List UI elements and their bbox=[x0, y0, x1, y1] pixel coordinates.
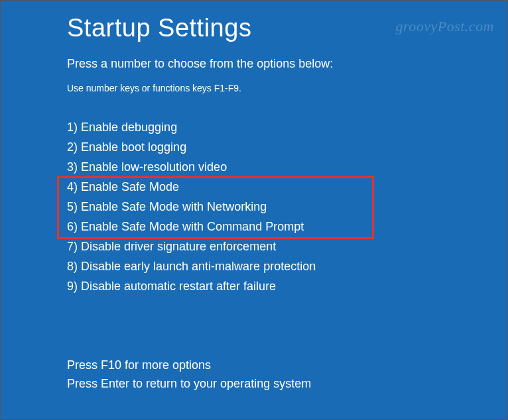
option-disable-driver-signature[interactable]: 7) Disable driver signature enforcement bbox=[67, 236, 507, 256]
more-options-hint: Press F10 for more options bbox=[67, 356, 507, 374]
option-enable-safe-mode-networking[interactable]: 5) Enable Safe Mode with Networking bbox=[67, 197, 507, 217]
startup-settings-screen: Startup Settings Press a number to choos… bbox=[1, 1, 507, 393]
option-enable-safe-mode[interactable]: 4) Enable Safe Mode bbox=[67, 177, 507, 197]
option-enable-safe-mode-command-prompt[interactable]: 6) Enable Safe Mode with Command Prompt bbox=[67, 217, 507, 236]
instruction-subtitle: Press a number to choose from the option… bbox=[67, 57, 507, 71]
return-hint: Press Enter to return to your operating … bbox=[67, 374, 507, 393]
option-enable-low-resolution-video[interactable]: 3) Enable low-resolution video bbox=[67, 157, 507, 177]
option-enable-boot-logging[interactable]: 2) Enable boot logging bbox=[67, 137, 507, 157]
watermark-text: groovyPost.com bbox=[395, 18, 494, 35]
options-list: 1) Enable debugging 2) Enable boot loggi… bbox=[67, 117, 507, 296]
footer-instructions: Press F10 for more options Press Enter t… bbox=[67, 356, 507, 393]
option-enable-debugging[interactable]: 1) Enable debugging bbox=[67, 117, 507, 137]
option-disable-anti-malware[interactable]: 8) Disable early launch anti-malware pro… bbox=[67, 256, 507, 276]
key-hint: Use number keys or functions keys F1-F9. bbox=[67, 83, 507, 93]
option-disable-automatic-restart[interactable]: 9) Disable automatic restart after failu… bbox=[67, 276, 507, 296]
